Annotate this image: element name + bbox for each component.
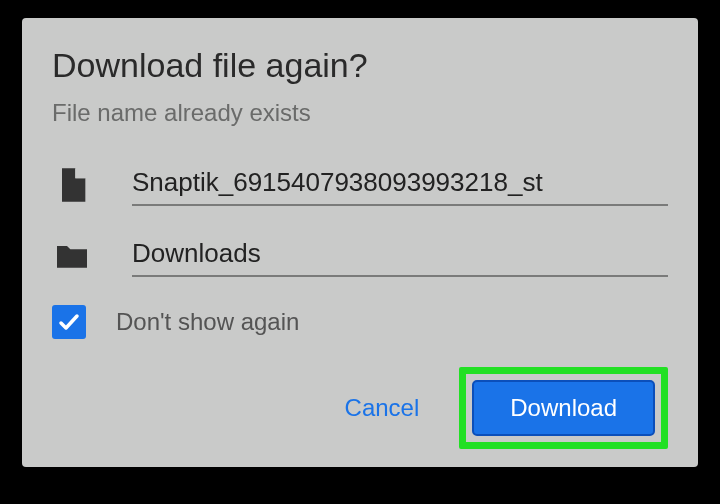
dialog-actions: Cancel Download (52, 367, 668, 449)
dont-show-label: Don't show again (116, 308, 299, 336)
download-button[interactable]: Download (472, 380, 655, 436)
dont-show-row: Don't show again (52, 305, 668, 339)
dont-show-checkbox[interactable] (52, 305, 86, 339)
file-icon (52, 165, 92, 205)
filename-row (52, 163, 668, 206)
dialog-subtitle: File name already exists (52, 99, 668, 127)
download-confirm-dialog: Download file again? File name already e… (22, 18, 698, 467)
folder-icon (52, 236, 92, 276)
folder-row (52, 234, 668, 277)
filename-input-wrap (132, 163, 668, 206)
cancel-button[interactable]: Cancel (321, 380, 444, 436)
dialog-title: Download file again? (52, 46, 668, 85)
filename-input[interactable] (132, 163, 668, 204)
folder-input[interactable] (132, 234, 668, 275)
download-highlight: Download (459, 367, 668, 449)
folder-input-wrap (132, 234, 668, 277)
